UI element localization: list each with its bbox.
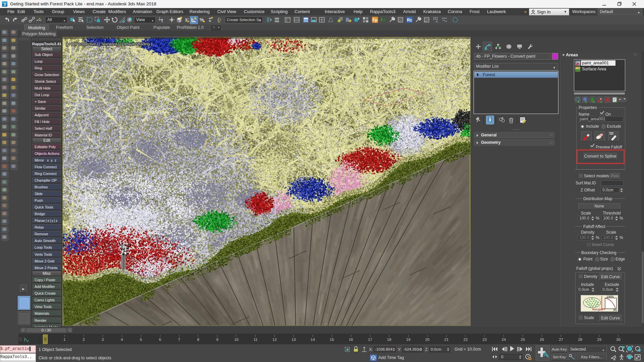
svg-text:2: 2	[187, 17, 189, 20]
svg-text:Range: Range	[592, 308, 601, 311]
svg-text:f: f	[219, 17, 221, 22]
svg-text:100%: 100%	[606, 295, 614, 299]
svg-text:3: 3	[4, 2, 6, 7]
svg-text:Fp: Fp	[373, 18, 378, 22]
svg-text:Rc: Rc	[407, 18, 412, 22]
svg-text:A: A	[436, 20, 438, 23]
svg-text:0%: 0%	[613, 309, 617, 311]
